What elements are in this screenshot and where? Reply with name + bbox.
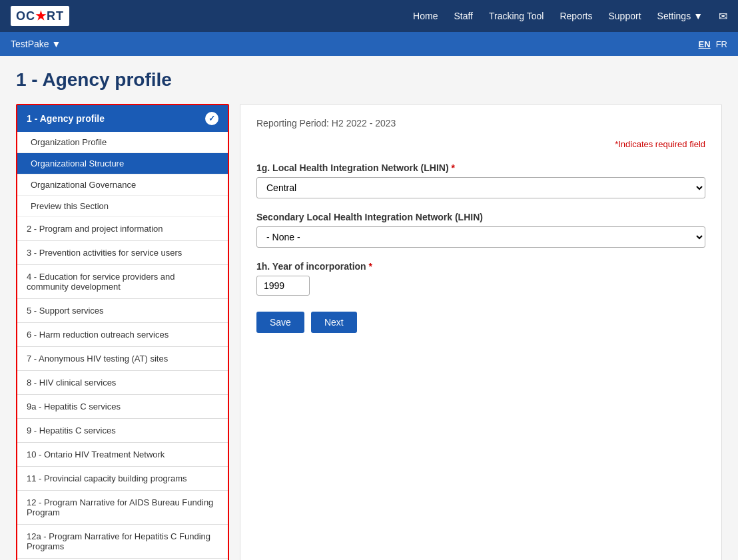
secondary-lhin-select[interactable]: - None - Central Central East Central We… bbox=[256, 226, 705, 248]
sidebar-item-4[interactable]: 4 - Education for service providers and … bbox=[17, 265, 228, 299]
year-input[interactable] bbox=[256, 276, 310, 296]
sidebar-item-9a[interactable]: 9a - Hepatitis C services bbox=[17, 395, 228, 419]
sidebar-sub-preview-section[interactable]: Preview this Section bbox=[17, 196, 228, 217]
sidebar-item-5[interactable]: 5 - Support services bbox=[17, 299, 228, 323]
nav-staff[interactable]: Staff bbox=[454, 11, 473, 21]
sidebar-item-9[interactable]: 9 - Hepatitis C services bbox=[17, 419, 228, 443]
year-group: 1h. Year of incorporation * bbox=[256, 261, 705, 296]
year-label: 1h. Year of incorporation * bbox=[256, 261, 705, 272]
form-area: Reporting Period: H2 2022 - 2023 *Indica… bbox=[240, 104, 722, 560]
button-row: Save Next bbox=[256, 312, 705, 333]
sidebar: 1 - Agency profile Organization Profile … bbox=[16, 104, 229, 560]
lhin-group: 1g. Local Health Integration Network (LH… bbox=[256, 162, 705, 198]
mail-icon[interactable]: ✉ bbox=[719, 10, 727, 23]
sidebar-sub-organizational-structure[interactable]: Organizational Structure bbox=[17, 153, 228, 174]
username-label: TestPake bbox=[11, 39, 49, 49]
lhin-select[interactable]: Central Central East Central West Champl… bbox=[256, 177, 705, 198]
sidebar-item-7[interactable]: 7 - Anonymous HIV testing (AT) sites bbox=[17, 347, 228, 371]
logo-star: ★ bbox=[35, 9, 47, 23]
logo[interactable]: OC★RT bbox=[11, 6, 69, 26]
sidebar-item-3[interactable]: 3 - Prevention activities for service us… bbox=[17, 241, 228, 265]
user-menu[interactable]: TestPake ▼ bbox=[11, 39, 61, 49]
sidebar-item-12[interactable]: 12 - Program Narrative for AIDS Bureau F… bbox=[17, 491, 228, 525]
sidebar-item-6[interactable]: 6 - Harm reduction outreach services bbox=[17, 323, 228, 347]
lhin-label: 1g. Local Health Integration Network (LH… bbox=[256, 162, 705, 173]
secondary-lhin-label: Secondary Local Health Integration Netwo… bbox=[256, 212, 705, 222]
check-icon bbox=[205, 112, 218, 125]
user-dropdown-icon: ▼ bbox=[52, 39, 61, 49]
sidebar-item-8[interactable]: 8 - HIV clinical services bbox=[17, 371, 228, 395]
lang-fr[interactable]: FR bbox=[716, 39, 727, 49]
nav-tracking-tool[interactable]: Tracking Tool bbox=[489, 11, 544, 21]
nav-support[interactable]: Support bbox=[609, 11, 641, 21]
page-content: 1 - Agency profile 1 - Agency profile Or… bbox=[0, 56, 738, 560]
lang-en[interactable]: EN bbox=[699, 39, 711, 49]
reporting-period: Reporting Period: H2 2022 - 2023 bbox=[256, 118, 705, 129]
sidebar-sub-organization-profile[interactable]: Organization Profile bbox=[17, 132, 228, 153]
settings-chevron-icon: ▼ bbox=[693, 11, 703, 21]
required-note: *Indicates required field bbox=[256, 139, 705, 149]
nav-home[interactable]: Home bbox=[413, 11, 438, 21]
sidebar-item-12a[interactable]: 12a - Program Narrative for Hepatitis C … bbox=[17, 525, 228, 559]
settings-label: Settings bbox=[657, 11, 691, 21]
save-button[interactable]: Save bbox=[256, 312, 304, 333]
next-button[interactable]: Next bbox=[311, 312, 357, 333]
user-bar: TestPake ▼ EN FR bbox=[0, 32, 738, 56]
sidebar-sub-organizational-governance[interactable]: Organizational Governance bbox=[17, 174, 228, 196]
sidebar-item-2[interactable]: 2 - Program and project information bbox=[17, 217, 228, 241]
nav-reports[interactable]: Reports bbox=[559, 11, 592, 21]
nav-links: Home Staff Tracking Tool Reports Support… bbox=[413, 10, 727, 23]
secondary-lhin-group: Secondary Local Health Integration Netwo… bbox=[256, 212, 705, 248]
page-title: 1 - Agency profile bbox=[16, 69, 722, 91]
main-layout: 1 - Agency profile Organization Profile … bbox=[16, 104, 722, 560]
top-navigation: OC★RT Home Staff Tracking Tool Reports S… bbox=[0, 0, 738, 32]
sidebar-item-11[interactable]: 11 - Provincial capacity building progra… bbox=[17, 467, 228, 491]
sidebar-item-10[interactable]: 10 - Ontario HIV Treatment Network bbox=[17, 443, 228, 467]
sidebar-section-active[interactable]: 1 - Agency profile bbox=[17, 105, 228, 132]
logo-text: OC★RT bbox=[11, 6, 69, 26]
nav-settings[interactable]: Settings ▼ bbox=[657, 11, 703, 21]
language-switcher: EN FR bbox=[699, 39, 727, 49]
sidebar-active-label: 1 - Agency profile bbox=[27, 113, 105, 124]
